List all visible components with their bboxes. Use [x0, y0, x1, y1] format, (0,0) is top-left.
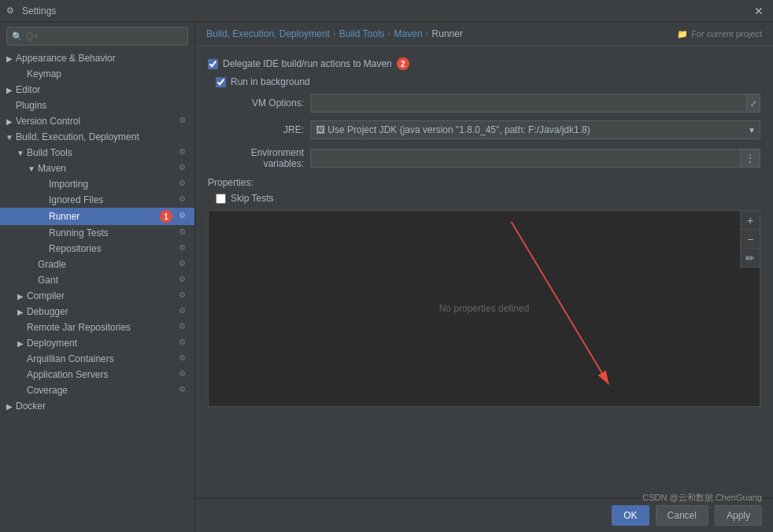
- sidebar-item-runner[interactable]: Runner1⚙: [0, 208, 194, 225]
- run-background-row: Run in background: [208, 76, 760, 87]
- sidebar-item-debugger[interactable]: ▶Debugger⚙: [0, 304, 194, 320]
- jre-label: JRE:: [208, 124, 310, 135]
- close-button[interactable]: ✕: [751, 3, 767, 19]
- expand-arrow-build-tools: ▼: [14, 149, 27, 157]
- sidebar-item-label-gant: Gant: [38, 275, 176, 286]
- breadcrumb-part-2[interactable]: Maven: [394, 28, 423, 39]
- breadcrumb-part-3: Runner: [432, 28, 463, 39]
- sidebar-item-arquillian[interactable]: Arquillian Containers⚙: [0, 351, 194, 367]
- env-variables-button[interactable]: ⋮: [740, 150, 760, 167]
- sidebar-item-label-plugins: Plugins: [16, 100, 194, 111]
- properties-table-area: No properties defined + − ✏: [208, 210, 760, 407]
- sidebar-list: ▶Appearance & BehaviorKeymap▶EditorPlugi…: [0, 50, 194, 532]
- add-property-button[interactable]: +: [741, 211, 760, 230]
- sidebar-item-deployment[interactable]: ▶Deployment⚙: [0, 335, 194, 351]
- properties-label: Properties:: [208, 177, 760, 188]
- sidebar-item-label-maven: Maven: [38, 163, 176, 174]
- sidebar-item-label-remote-jar-repos: Remote Jar Repositories: [27, 322, 176, 333]
- sidebar-item-build-tools[interactable]: ▼Build Tools⚙: [0, 145, 194, 161]
- jre-dropdown[interactable]: 🖼 Use Project JDK (java version "1.8.0_4…: [310, 120, 760, 139]
- sidebar-item-label-compiler: Compiler: [27, 290, 176, 301]
- run-background-checkbox[interactable]: [216, 77, 226, 87]
- expand-arrow-editor: ▶: [3, 86, 16, 94]
- bottom-bar: CSDN @云和数据.ChenGuang OK Cancel Apply: [195, 498, 773, 532]
- vm-expand-button[interactable]: ⤢: [746, 94, 760, 112]
- sidebar-item-label-keymap: Keymap: [27, 68, 194, 79]
- breadcrumb-sep-2: ›: [426, 28, 429, 39]
- sidebar: 🔍 ▶Appearance & BehaviorKeymap▶EditorPlu…: [0, 22, 195, 532]
- breadcrumb: Build, Execution, Deployment›Build Tools…: [195, 22, 773, 46]
- sidebar-item-label-gradle: Gradle: [38, 259, 176, 270]
- config-icon-remote-jar-repos: ⚙: [179, 322, 190, 333]
- expand-arrow-maven: ▼: [25, 164, 38, 173]
- vm-options-wrapper: ⤢: [310, 94, 760, 113]
- sidebar-item-coverage[interactable]: Coverage⚙: [0, 382, 194, 398]
- config-icon-build-tools: ⚙: [179, 147, 190, 158]
- breadcrumb-part-0[interactable]: Build, Execution, Deployment: [206, 28, 330, 39]
- sidebar-item-gradle[interactable]: Gradle⚙: [0, 257, 194, 272]
- sidebar-item-label-runner: Runner: [49, 211, 160, 222]
- sidebar-item-maven[interactable]: ▼Maven⚙: [0, 161, 194, 176]
- sidebar-item-repositories[interactable]: Repositories⚙: [0, 241, 194, 257]
- sidebar-item-running-tests[interactable]: Running Tests⚙: [0, 225, 194, 241]
- sidebar-item-plugins[interactable]: Plugins: [0, 98, 194, 113]
- sidebar-item-label-debugger: Debugger: [27, 306, 176, 317]
- sidebar-item-label-running-tests: Running Tests: [49, 227, 176, 238]
- env-variables-input[interactable]: [311, 150, 740, 167]
- content-area: Build, Execution, Deployment›Build Tools…: [195, 22, 773, 532]
- sidebar-item-label-appearance: Appearance & Behavior: [16, 53, 194, 64]
- expand-arrow-appearance: ▶: [3, 54, 16, 63]
- apply-button[interactable]: Apply: [715, 505, 762, 526]
- remove-property-button[interactable]: −: [741, 230, 760, 249]
- search-box[interactable]: 🔍: [6, 27, 188, 46]
- ok-button[interactable]: OK: [612, 505, 649, 526]
- edit-property-button[interactable]: ✏: [741, 249, 760, 268]
- settings-panel: Delegate IDE build/run actions to Maven …: [195, 46, 773, 498]
- delegate-checkbox-row: Delegate IDE build/run actions to Maven …: [208, 57, 760, 70]
- sidebar-item-label-version-control: Version Control: [16, 116, 176, 127]
- sidebar-item-remote-jar-repos[interactable]: Remote Jar Repositories⚙: [0, 320, 194, 335]
- env-variables-label: Environment variables:: [208, 147, 310, 169]
- search-input[interactable]: [26, 31, 183, 42]
- sidebar-item-build-exec-deploy[interactable]: ▼Build, Execution, Deployment: [0, 129, 194, 145]
- sidebar-item-label-docker: Docker: [16, 401, 194, 412]
- sidebar-item-label-build-exec-deploy: Build, Execution, Deployment: [16, 131, 194, 142]
- sidebar-badge-runner: 1: [160, 210, 172, 223]
- sidebar-item-label-repositories: Repositories: [49, 243, 176, 254]
- sidebar-item-docker[interactable]: ▶Docker: [0, 398, 194, 414]
- vm-options-row: VM Options: ⤢: [208, 94, 760, 113]
- delegate-label[interactable]: Delegate IDE build/run actions to Maven: [223, 58, 392, 69]
- config-icon-gant: ⚙: [179, 275, 190, 286]
- sidebar-item-ignored-files[interactable]: Ignored Files⚙: [0, 192, 194, 208]
- sidebar-item-label-deployment: Deployment: [27, 338, 176, 349]
- sidebar-item-importing[interactable]: Importing⚙: [0, 176, 194, 192]
- title-text: Settings: [22, 6, 56, 17]
- sidebar-item-editor[interactable]: ▶Editor: [0, 82, 194, 98]
- config-icon-runner: ⚙: [179, 211, 190, 222]
- skip-tests-label[interactable]: Skip Tests: [231, 193, 273, 204]
- sidebar-item-label-editor: Editor: [16, 84, 194, 95]
- sidebar-item-appearance[interactable]: ▶Appearance & Behavior: [0, 50, 194, 66]
- cancel-button[interactable]: Cancel: [656, 505, 708, 526]
- run-background-label[interactable]: Run in background: [231, 76, 310, 87]
- sidebar-item-gant[interactable]: Gant⚙: [0, 272, 194, 288]
- config-icon-compiler: ⚙: [179, 290, 190, 301]
- breadcrumb-part-1[interactable]: Build Tools: [339, 28, 385, 39]
- delegate-badge: 2: [397, 57, 409, 70]
- config-icon-coverage: ⚙: [179, 385, 190, 396]
- sidebar-item-app-servers[interactable]: Application Servers⚙: [0, 367, 194, 382]
- vm-options-input[interactable]: [311, 94, 746, 112]
- expand-arrow-docker: ▶: [3, 402, 16, 411]
- sidebar-item-keymap[interactable]: Keymap: [0, 66, 194, 82]
- sidebar-item-version-control[interactable]: ▶Version Control⚙: [0, 113, 194, 129]
- delegate-checkbox[interactable]: [208, 59, 218, 69]
- config-icon-gradle: ⚙: [179, 259, 190, 270]
- skip-tests-checkbox[interactable]: [216, 194, 226, 204]
- settings-icon: ⚙: [6, 6, 17, 17]
- no-properties-text: No properties defined: [439, 303, 530, 314]
- sidebar-item-compiler[interactable]: ▶Compiler⚙: [0, 288, 194, 304]
- config-icon-version-control: ⚙: [179, 116, 190, 127]
- sidebar-item-label-app-servers: Application Servers: [27, 369, 176, 380]
- jre-dropdown-wrapper: 🖼 Use Project JDK (java version "1.8.0_4…: [310, 120, 760, 139]
- config-icon-debugger: ⚙: [179, 306, 190, 317]
